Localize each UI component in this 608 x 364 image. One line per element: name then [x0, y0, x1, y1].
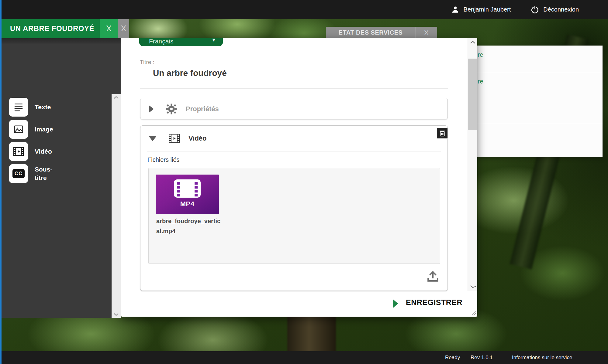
linked-files-label: Fichiers liés — [147, 156, 180, 163]
panel-scrollbar[interactable] — [468, 38, 477, 291]
sidebar-item-texte[interactable]: Texte — [9, 98, 64, 117]
sidebar-scrollbar[interactable] — [112, 94, 121, 318]
sidebar-item-label: Sous-titre — [35, 165, 64, 182]
trash-icon — [439, 130, 446, 137]
user-name: Benjamin Jaubert — [464, 6, 511, 13]
sidebar-item-sous-titre[interactable]: CC Sous-titre — [9, 164, 64, 183]
current-user[interactable]: Benjamin Jaubert — [451, 5, 511, 14]
upload-icon — [426, 270, 440, 284]
sidebar-item-image[interactable]: Image — [9, 120, 64, 139]
sidebar-item-label: Vidéo — [35, 147, 64, 156]
section-properties-label: Propriétés — [186, 105, 219, 113]
service-info-link[interactable]: Informations sur le service — [512, 351, 572, 364]
scroll-down-icon[interactable] — [470, 284, 476, 289]
power-icon — [531, 5, 539, 14]
resize-handle-icon[interactable] — [471, 311, 476, 316]
collapse-arrow-icon[interactable] — [149, 136, 157, 141]
play-icon — [393, 299, 398, 308]
file-name: arbre_foudroye_vertic al.mp4 — [156, 216, 226, 236]
user-icon — [451, 5, 459, 14]
delete-section-button[interactable] — [437, 128, 447, 138]
video-file-tile[interactable]: MP4 — [156, 175, 219, 214]
services-window-tab[interactable]: ETAT DES SERVICES X — [326, 27, 437, 39]
tree-trunk-bottom — [287, 311, 336, 354]
save-row: ENREGISTRER — [121, 297, 468, 317]
divider — [147, 151, 441, 151]
divider — [140, 88, 448, 89]
title-field-label: Titre : — [140, 59, 154, 66]
film-strip-icon — [9, 142, 28, 161]
scroll-up-icon[interactable] — [470, 40, 476, 44]
scrollbar-thumb[interactable] — [468, 59, 477, 130]
language-value: Français — [149, 38, 174, 45]
editor-panel: Français ▼ Titre : Un arbre foudroyé Pro… — [121, 38, 477, 317]
services-window-title: ETAT DES SERVICES — [326, 29, 415, 36]
language-dropdown[interactable]: Français ▼ — [139, 38, 223, 46]
section-video-label: Vidéo — [188, 134, 207, 142]
element-sidebar: Texte Image Vidéo CC Sous-titre — [2, 38, 121, 318]
linked-files-area: MP4 arbre_foudroye_vertic al.mp4 — [148, 168, 440, 264]
status-ready: Ready — [445, 351, 460, 364]
editor-window-title: UN ARBRE FOUDROYÉ — [10, 24, 94, 33]
logout-button[interactable]: Déconnexion — [531, 5, 579, 14]
logout-label: Déconnexion — [543, 6, 579, 13]
film-strip-icon — [173, 179, 201, 198]
top-bar: Benjamin Jaubert Déconnexion — [0, 0, 608, 19]
services-close-button[interactable]: X — [415, 27, 437, 39]
gear-icon — [165, 103, 178, 115]
text-lines-icon — [9, 98, 28, 117]
closed-captions-icon: CC — [9, 164, 28, 183]
expand-arrow-icon[interactable] — [149, 105, 154, 113]
title-field-value[interactable]: Un arbre foudroyé — [153, 68, 227, 78]
scroll-up-icon[interactable] — [113, 95, 119, 100]
sidebar-item-video[interactable]: Vidéo — [9, 142, 64, 161]
section-properties[interactable]: Propriétés — [140, 98, 448, 119]
sidebar-item-label: Image — [35, 125, 64, 134]
service-link-truncated[interactable]: re — [478, 51, 483, 58]
chevron-down-icon: ▼ — [211, 38, 216, 43]
section-video: Vidéo Fichiers liés MP4 arbre_foudroye_v… — [140, 125, 448, 291]
status-revision: Rev 1.0.1 — [471, 351, 493, 364]
sidebar-item-label: Texte — [35, 103, 64, 111]
file-type-badge: MP4 — [180, 200, 195, 208]
editor-tab-close-button[interactable]: X — [100, 19, 118, 38]
film-strip-icon — [168, 133, 181, 144]
scroll-down-icon[interactable] — [113, 312, 119, 317]
background-tab-close-button[interactable]: X — [118, 19, 129, 38]
save-button[interactable]: ENREGISTRER — [406, 298, 462, 307]
image-icon — [9, 120, 28, 139]
editor-window-tab[interactable]: UN ARBRE FOUDROYÉ — [2, 19, 100, 38]
window-edge-strip — [0, 0, 2, 364]
service-link-truncated[interactable]: re — [478, 78, 483, 85]
upload-button[interactable] — [426, 269, 440, 284]
status-bar: Ready Rev 1.0.1 Informations sur le serv… — [0, 351, 608, 364]
